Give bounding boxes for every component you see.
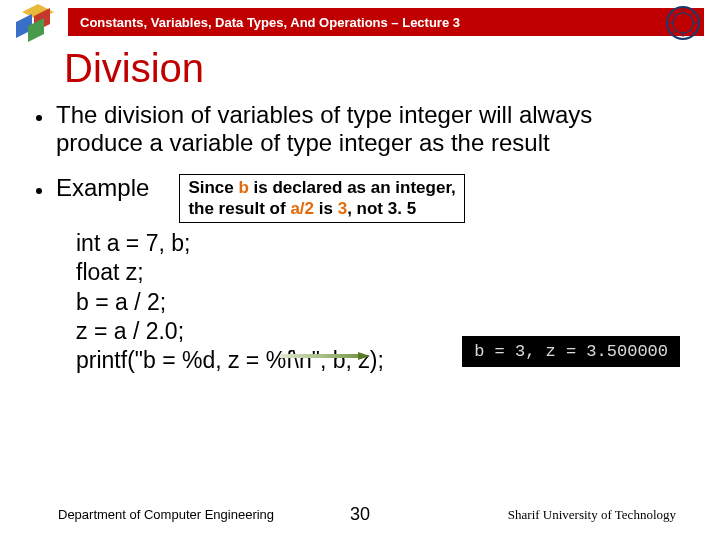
svg-line-12 bbox=[690, 13, 693, 16]
footer-department: Department of Computer Engineering bbox=[58, 507, 274, 522]
slide-title: Division bbox=[64, 46, 720, 91]
note-text: is declared as an integer, bbox=[249, 178, 456, 197]
bullet-dot-icon bbox=[36, 115, 42, 121]
bullet-dot-icon bbox=[36, 188, 42, 194]
note-text: Since bbox=[188, 178, 238, 197]
note-text: the result of bbox=[188, 199, 290, 218]
content-area: The division of variables of type intege… bbox=[0, 91, 720, 376]
svg-line-10 bbox=[673, 13, 676, 16]
example-row: Example Since b is declared as an intege… bbox=[36, 174, 684, 223]
university-seal-icon bbox=[666, 6, 700, 40]
code-line: b = a / 2; bbox=[76, 288, 684, 317]
svg-rect-14 bbox=[280, 354, 358, 358]
footer-university: Sharif University of Technology bbox=[508, 507, 676, 523]
bullet-example-label: Example bbox=[56, 174, 149, 202]
code-line: int a = 7, b; bbox=[76, 229, 684, 258]
page-number: 30 bbox=[350, 504, 370, 525]
note-val: 3 bbox=[338, 199, 347, 218]
output-box: b = 3, z = 3.500000 bbox=[462, 336, 680, 367]
bullet-example: Example bbox=[36, 174, 149, 202]
code-line: float z; bbox=[76, 258, 684, 287]
arrow-icon bbox=[280, 346, 370, 354]
note-frac: a/2 bbox=[290, 199, 314, 218]
header-bar: Constants, Variables, Data Types, And Op… bbox=[68, 8, 704, 36]
note-var-b: b bbox=[238, 178, 248, 197]
bullet-main: The division of variables of type intege… bbox=[36, 101, 684, 156]
breadcrumb: Constants, Variables, Data Types, And Op… bbox=[80, 15, 460, 30]
svg-marker-15 bbox=[358, 352, 370, 360]
note-box: Since b is declared as an integer, the r… bbox=[179, 174, 464, 223]
svg-line-13 bbox=[673, 30, 676, 33]
footer: Department of Computer Engineering 30 Sh… bbox=[0, 507, 720, 522]
note-text: is bbox=[314, 199, 338, 218]
note-text: , not 3. 5 bbox=[347, 199, 416, 218]
svg-line-11 bbox=[690, 30, 693, 33]
bullet-main-text: The division of variables of type intege… bbox=[56, 101, 684, 156]
logo-left-icon bbox=[10, 4, 66, 44]
